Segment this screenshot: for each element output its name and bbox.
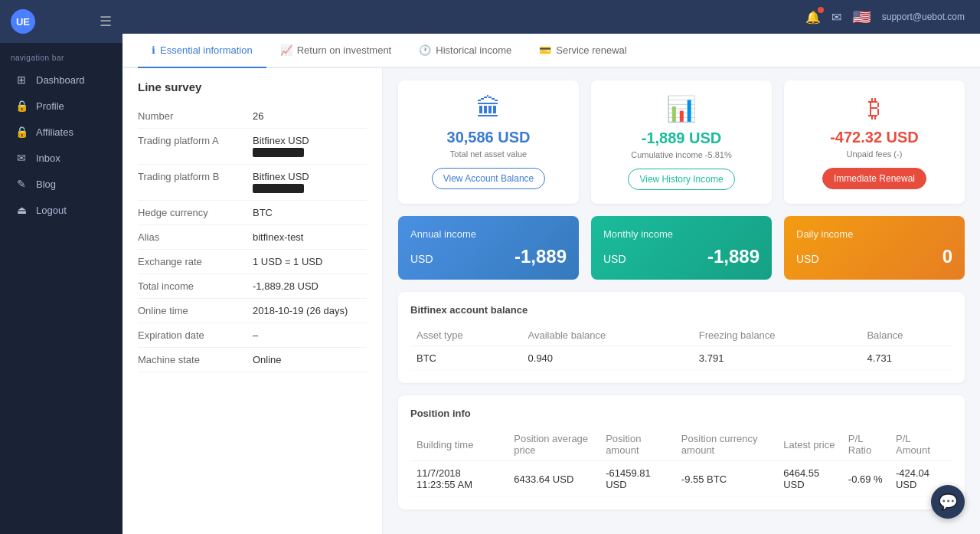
cell-building-time: 11/7/2018 11:23:55 AM xyxy=(410,461,508,497)
tab-historical[interactable]: 🕐 Historical income xyxy=(405,34,525,68)
col-freezing-balance: Freezing balance xyxy=(693,325,861,346)
monthly-income-values: USD -1,889 xyxy=(603,246,760,267)
balance-title: Bitfinex account balance xyxy=(410,304,952,316)
topbar: 🔔 ✉ 🇺🇸 support@uebot.com xyxy=(122,0,980,34)
info-value: 1 USD = 1 USD xyxy=(253,256,367,267)
info-row-total-income: Total income -1,889.28 USD xyxy=(138,274,367,299)
sidebar-item-label: Inbox xyxy=(36,152,60,164)
balance-section: Bitfinex account balance Asset type Avai… xyxy=(398,292,965,383)
col-amount: Position amount xyxy=(599,428,675,461)
col-latest-price: Latest price xyxy=(777,428,842,461)
position-table: Building time Position average price Pos… xyxy=(410,428,952,497)
info-value: Bitfinex USD xyxy=(253,171,367,194)
info-value: BTC xyxy=(253,207,367,218)
tabs-bar: ℹ Essential information 📈 Return on inve… xyxy=(122,34,980,68)
info-label: Total income xyxy=(138,280,253,292)
tab-roi[interactable]: 📈 Return on investment xyxy=(266,34,406,68)
col-balance: Balance xyxy=(861,325,952,346)
daily-income-title: Daily income xyxy=(796,228,952,240)
notification-badge xyxy=(818,7,824,13)
stat-cards-row: 🏛 30,586 USD Total net asset value View … xyxy=(398,80,965,204)
sidebar-item-label: Profile xyxy=(36,100,64,112)
annual-income-values: USD -1,889 xyxy=(410,246,567,267)
sidebar-item-affiliates[interactable]: 🔒 Affiliates xyxy=(0,119,122,145)
view-history-income-button[interactable]: View History Income xyxy=(628,169,734,190)
info-value: – xyxy=(253,329,367,341)
logo-icon: UE xyxy=(11,9,35,34)
cell-available: 0.940 xyxy=(522,346,693,371)
cell-latest-price: 6464.55 USD xyxy=(777,461,842,497)
table-row: BTC 0.940 3.791 4.731 xyxy=(410,346,952,371)
info-label: Trading platform A xyxy=(138,135,253,158)
card-icon: 💳 xyxy=(539,44,551,56)
lock-icon: 🔒 xyxy=(15,100,28,112)
net-asset-label: Total net asset value xyxy=(450,149,527,159)
sidebar-item-inbox[interactable]: ✉ Inbox xyxy=(0,145,122,171)
chart-icon: 📈 xyxy=(280,44,292,56)
info-label: Machine state xyxy=(138,354,253,365)
daily-income-values: USD 0 xyxy=(796,246,952,267)
inner-layout: Line survey Number 26 Trading platform A… xyxy=(122,68,980,534)
info-row-platform-a: Trading platform A Bitfinex USD xyxy=(138,129,367,165)
sidebar-item-label: Logout xyxy=(36,205,67,216)
info-row-number: Number 26 xyxy=(138,104,367,129)
dashboard-icon: ⊞ xyxy=(15,74,28,86)
col-asset-type: Asset type xyxy=(410,325,522,346)
inbox-icon: ✉ xyxy=(15,152,28,164)
info-row-hedge: Hedge currency BTC xyxy=(138,201,367,225)
panel-title: Line survey xyxy=(138,80,367,93)
sidebar-item-logout[interactable]: ⏏ Logout xyxy=(0,197,122,223)
info-row-platform-b: Trading platform B Bitfinex USD xyxy=(138,165,367,201)
fees-label: Unpaid fees (-) xyxy=(847,149,903,159)
info-value: 26 xyxy=(253,110,367,122)
daily-income-currency: USD xyxy=(796,253,819,265)
cell-asset: BTC xyxy=(410,346,522,371)
net-asset-amount: 30,586 USD xyxy=(447,129,531,146)
stat-card-cumulative: 📊 -1,889 USD Cumulative income -5.81% Vi… xyxy=(591,80,772,204)
info-row-expiration: Expiration date – xyxy=(138,323,367,348)
main-content: 🔔 ✉ 🇺🇸 support@uebot.com ℹ Essential inf… xyxy=(122,0,980,534)
hamburger-icon[interactable]: ☰ xyxy=(100,13,112,30)
income-cards-row: Annual income USD -1,889 Monthly income … xyxy=(398,216,965,280)
fees-amount: -472.32 USD xyxy=(830,129,919,146)
notification-icon[interactable]: 🔔 xyxy=(805,10,821,25)
info-label: Expiration date xyxy=(138,329,253,341)
sidebar-item-blog[interactable]: ✎ Blog xyxy=(0,171,122,197)
info-row-online-time: Online time 2018-10-19 (26 days) xyxy=(138,299,367,323)
cumulative-amount: -1,889 USD xyxy=(642,129,722,147)
monthly-income-amount: -1,889 xyxy=(707,246,760,267)
bank-icon: 🏛 xyxy=(476,94,501,123)
cumulative-label: Cumulative income -5.81% xyxy=(631,150,731,159)
info-row-exchange: Exchange rate 1 USD = 1 USD xyxy=(138,250,367,274)
sidebar-item-dashboard[interactable]: ⊞ Dashboard xyxy=(0,67,122,93)
right-panel: 🏛 30,586 USD Total net asset value View … xyxy=(383,68,980,534)
annual-income-amount: -1,889 xyxy=(514,246,567,267)
stat-card-net-asset: 🏛 30,586 USD Total net asset value View … xyxy=(398,80,579,204)
cell-balance: 4.731 xyxy=(861,346,952,371)
blog-icon: ✎ xyxy=(15,178,28,190)
stat-card-fees: ₿ -472.32 USD Unpaid fees (-) Immediate … xyxy=(784,80,965,204)
sidebar-item-label: Blog xyxy=(36,179,56,190)
daily-income-card: Daily income USD 0 xyxy=(784,216,965,280)
nav-label: navigation bar xyxy=(0,43,122,67)
col-building-time: Building time xyxy=(410,428,508,461)
redacted-email xyxy=(253,148,304,157)
view-account-balance-button[interactable]: View Account Balance xyxy=(432,168,546,189)
position-section: Position info Building time Position ave… xyxy=(398,395,965,509)
sidebar-item-profile[interactable]: 🔒 Profile xyxy=(0,93,122,119)
table-row: 11/7/2018 11:23:55 AM 6433.64 USD -61459… xyxy=(410,461,952,497)
monthly-income-currency: USD xyxy=(603,253,626,265)
chat-button[interactable]: 💬 xyxy=(931,485,965,519)
sidebar-item-label: Dashboard xyxy=(36,74,85,86)
mail-icon[interactable]: ✉ xyxy=(831,10,841,25)
info-row-alias: Alias bitfinex-test xyxy=(138,225,367,250)
immediate-renewal-button[interactable]: Immediate Renewal xyxy=(822,168,926,189)
col-pl-ratio: P/L Ratio xyxy=(842,428,890,461)
sidebar-item-label: Affiliates xyxy=(36,126,74,138)
language-flag[interactable]: 🇺🇸 xyxy=(852,8,871,26)
col-pl-amount: P/L Amount xyxy=(890,428,952,461)
logout-icon: ⏏ xyxy=(15,204,28,216)
tab-essential[interactable]: ℹ Essential information xyxy=(138,34,266,68)
info-value: 2018-10-19 (26 days) xyxy=(253,305,367,316)
tab-service[interactable]: 💳 Service renewal xyxy=(525,34,641,68)
